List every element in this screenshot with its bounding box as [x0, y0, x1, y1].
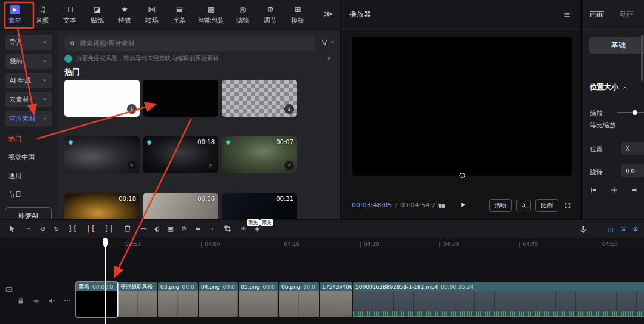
- tool-tab-audio[interactable]: ♫音频: [33, 5, 51, 25]
- download-icon[interactable]: [127, 161, 137, 170]
- tool-tab-captions[interactable]: ▤字幕: [171, 5, 188, 25]
- clarity-button[interactable]: 清晰: [489, 199, 512, 212]
- mirror-button[interactable]: ⇋: [196, 224, 200, 233]
- playhead[interactable]: [103, 238, 108, 324]
- download-icon[interactable]: [206, 161, 215, 170]
- sidebar-category-general[interactable]: 通用: [0, 167, 57, 185]
- collapse-track-icon[interactable]: [5, 285, 13, 294]
- smart-pack-icon: ▩: [208, 5, 215, 14]
- split-button[interactable]: ][: [68, 224, 78, 233]
- sidebar-category-dreamina-ai[interactable]: 即梦AI: [5, 207, 52, 219]
- sidebar-category-hot[interactable]: 热门: [0, 130, 57, 148]
- mute-track-icon[interactable]: [48, 297, 56, 305]
- sidebar-group-ai-generate[interactable]: AI 生成: [5, 73, 52, 88]
- record-voice-button[interactable]: [578, 225, 588, 234]
- sidebar-group-import[interactable]: 导入: [5, 35, 52, 50]
- tool-tab-adjust[interactable]: ⚙调节: [261, 5, 279, 25]
- sidebar-group-official-assets[interactable]: 官方素材: [5, 111, 52, 126]
- rotate-button[interactable]: ↷: [209, 224, 214, 233]
- slider-knob[interactable]: [633, 110, 637, 115]
- split-right-button[interactable]: ]|: [104, 224, 114, 233]
- ratio-button[interactable]: 比例: [535, 199, 558, 212]
- material-thumb[interactable]: [143, 80, 218, 117]
- fullscreen-button[interactable]: [563, 201, 572, 210]
- material-thumb[interactable]: 00:18: [143, 136, 218, 173]
- tool-tab-smart-pack[interactable]: ▩智能包装: [198, 5, 224, 25]
- tool-tab-template[interactable]: ⊞模板: [289, 5, 306, 25]
- tab-animation[interactable]: 动画: [620, 10, 634, 20]
- material-thumb[interactable]: [222, 80, 297, 117]
- sidebar-group-mine[interactable]: 我的: [5, 54, 52, 69]
- scale-slider[interactable]: [617, 112, 644, 113]
- material-thumb[interactable]: 00:31: [222, 193, 297, 219]
- freeze-frame-button[interactable]: ▭: [141, 224, 146, 233]
- position-size-section[interactable]: 位置大小: [590, 82, 628, 92]
- search-bar[interactable]: [64, 36, 315, 51]
- sidebar-group-cloud-assets[interactable]: 云素材: [5, 92, 52, 107]
- tool-tab-media[interactable]: ▶素材: [6, 5, 24, 25]
- download-icon[interactable]: [284, 161, 294, 170]
- basic-segment-button[interactable]: 基础: [589, 37, 644, 54]
- more-track-icon[interactable]: [63, 297, 72, 305]
- expand-toolbar-button[interactable]: ≫: [324, 9, 333, 18]
- tool-tab-filter[interactable]: ◎滤镜: [234, 5, 252, 25]
- select-tool-chevron-button[interactable]: [26, 226, 32, 232]
- delete-button[interactable]: [123, 224, 132, 233]
- scrollbar[interactable]: [641, 35, 643, 81]
- timeline-clip[interactable]: 05.png00:0: [239, 282, 278, 317]
- sidebar-category-festival[interactable]: 节日: [0, 185, 57, 204]
- split-left-button[interactable]: |[: [86, 224, 95, 233]
- material-thumb[interactable]: 00:07: [222, 136, 297, 173]
- timeline-clip[interactable]: 寻找摄影风格: [118, 282, 157, 317]
- reverse-button[interactable]: ⊙: [182, 224, 187, 233]
- select-tool-button[interactable]: [7, 224, 17, 233]
- align-center-icon[interactable]: [610, 186, 618, 194]
- redo-button[interactable]: ↻: [54, 224, 59, 233]
- mask-button[interactable]: ◐: [154, 224, 159, 233]
- preview-zoom-button[interactable]: ⊕: [633, 225, 638, 234]
- download-icon[interactable]: [127, 104, 137, 114]
- sidebar-category-visual-china[interactable]: 视觉中国: [0, 148, 57, 167]
- align-right-icon[interactable]: [630, 186, 639, 194]
- rotate-handle[interactable]: [460, 173, 465, 178]
- lock-track-icon[interactable]: [17, 297, 25, 305]
- clip-frames: [199, 291, 238, 317]
- search-input[interactable]: [80, 40, 310, 48]
- timeline-clip[interactable]: 04.png00:0: [199, 282, 238, 317]
- notice-close-icon[interactable]: [326, 55, 333, 62]
- link-clips-button[interactable]: ≋: [621, 225, 626, 234]
- smooth-button[interactable]: ◈限免: [255, 224, 259, 233]
- material-thumb[interactable]: 00:18: [64, 193, 140, 219]
- zoom-fit-button[interactable]: [516, 200, 531, 211]
- timeline-ruler[interactable]: 03:5004:0004:1004:2004:3004:4004:50: [0, 238, 644, 250]
- select-tool-icon: [7, 224, 17, 233]
- frame-button[interactable]: ▣: [168, 224, 173, 233]
- rotation-field[interactable]: 0.0: [621, 164, 644, 177]
- timeline-clip[interactable]: 03.png00:0: [158, 282, 198, 317]
- undo-button[interactable]: ↺: [41, 224, 45, 233]
- player-menu-icon[interactable]: [563, 11, 571, 19]
- tool-tab-sticker[interactable]: ◪贴纸: [88, 5, 106, 25]
- position-x-field[interactable]: X: [621, 142, 644, 155]
- play-button[interactable]: [459, 201, 467, 209]
- tool-tab-transition[interactable]: ⋈转场: [143, 5, 161, 25]
- frame-view-icon[interactable]: [438, 202, 446, 210]
- timeline-clip[interactable]: 06.png00:0: [279, 282, 319, 317]
- download-icon[interactable]: [284, 104, 294, 114]
- tab-canvas[interactable]: 画面: [590, 10, 604, 20]
- material-thumb[interactable]: [64, 80, 140, 117]
- tool-tab-text[interactable]: TI文本: [61, 5, 79, 25]
- tool-tab-effects[interactable]: ★特效: [116, 5, 134, 25]
- material-thumb[interactable]: 00:06: [143, 193, 218, 219]
- timeline-clip[interactable]: 黑场00:00:0: [76, 282, 117, 317]
- video-preview[interactable]: [352, 37, 572, 176]
- timeline-clip[interactable]: 500001638892858-1-192.mp400:00:35:24: [353, 282, 644, 317]
- hide-track-icon[interactable]: [32, 297, 41, 305]
- crop-button[interactable]: [223, 224, 233, 233]
- relight-button[interactable]: ☀限免: [242, 224, 246, 233]
- filter-button[interactable]: [320, 38, 335, 46]
- magnet-snap-button[interactable]: ◫: [609, 225, 614, 234]
- align-left-icon[interactable]: [590, 186, 598, 194]
- material-thumb[interactable]: [64, 136, 140, 173]
- timeline-clip[interactable]: 175437406: [320, 282, 352, 317]
